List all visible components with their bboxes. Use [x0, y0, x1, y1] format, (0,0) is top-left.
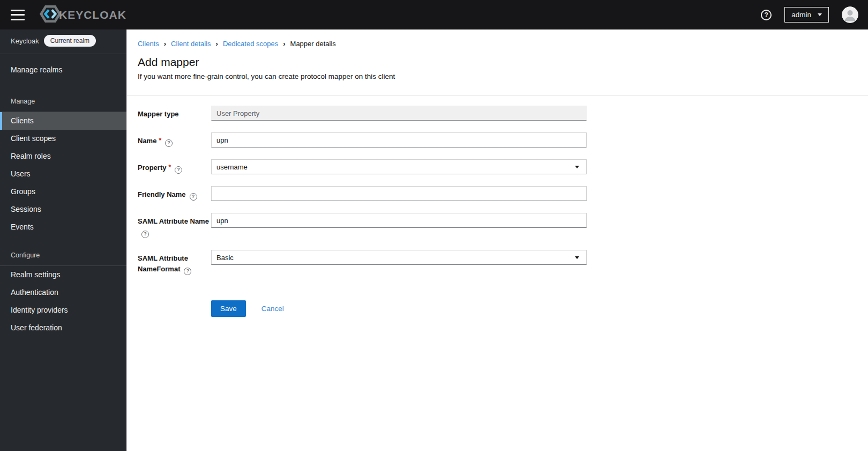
chevron-right-icon: › — [283, 40, 285, 48]
help-icon[interactable]: ? — [141, 231, 149, 238]
sidebar-item-realm-settings[interactable]: Realm settings — [0, 266, 126, 284]
sidebar-item-authentication[interactable]: Authentication — [0, 284, 126, 301]
section-title-configure: Configure — [0, 252, 126, 266]
field-label-group: Mapper type — [138, 106, 211, 120]
sidebar-item-user-federation[interactable]: User federation — [0, 319, 126, 337]
required-indicator: * — [159, 137, 161, 144]
form-row-name: Name*? — [138, 132, 857, 147]
sidebar-item-users[interactable]: Users — [0, 165, 126, 183]
caret-down-icon — [575, 256, 579, 259]
add-mapper-form: Mapper type Name*? Property*? username — [127, 95, 868, 327]
field-label-group: Property*? — [138, 159, 211, 174]
friendly-name-input[interactable] — [211, 186, 587, 201]
required-indicator: * — [168, 164, 171, 171]
keycloak-logo: KEYCLOAK — [39, 3, 126, 27]
help-icon[interactable]: ? — [190, 193, 197, 201]
cancel-link[interactable]: Cancel — [261, 305, 284, 313]
sidebar: Keycloak Current realm Manage realms Man… — [0, 29, 126, 451]
breadcrumb-link-dedicated-scopes[interactable]: Dedicated scopes — [223, 40, 278, 48]
field-label-group: Friendly Name? — [138, 186, 211, 201]
page-title: Add mapper — [138, 56, 857, 69]
breadcrumb-current-mapper-details: Mapper details — [290, 40, 336, 48]
save-button[interactable]: Save — [211, 300, 246, 317]
field-label-group: Name*? — [138, 132, 211, 147]
sidebar-item-sessions[interactable]: Sessions — [0, 201, 126, 218]
mapper-type-input — [211, 106, 587, 121]
top-bar-right: ? admin — [761, 6, 858, 23]
field-label-group: SAML Attribute NameFormat? — [138, 250, 211, 275]
user-menu-dropdown[interactable]: admin — [784, 7, 829, 23]
current-realm-badge: Current realm — [44, 35, 96, 47]
help-icon[interactable]: ? — [165, 139, 173, 147]
sidebar-item-identity-providers[interactable]: Identity providers — [0, 301, 126, 319]
sidebar-item-groups[interactable]: Groups — [0, 183, 126, 201]
realm-selector[interactable]: Keycloak Current realm — [0, 29, 126, 54]
form-row-saml-attribute-name: SAML Attribute Name? — [138, 213, 857, 238]
form-row-property: Property*? username — [138, 159, 857, 174]
field-label-group: SAML Attribute Name? — [138, 213, 211, 238]
chevron-right-icon: › — [164, 40, 166, 48]
sidebar-item-manage-realms[interactable]: Manage realms — [0, 58, 126, 82]
form-actions: Save Cancel — [211, 300, 857, 317]
saml-attribute-name-label: SAML Attribute Name — [138, 217, 209, 225]
help-icon[interactable]: ? — [184, 268, 191, 275]
brand-text: KEYCLOAK — [59, 9, 126, 21]
page-header: Clients › Client details › Dedicated sco… — [127, 29, 868, 95]
caret-down-icon — [575, 166, 579, 168]
name-label: Name — [138, 137, 156, 145]
friendly-name-label: Friendly Name — [138, 190, 186, 198]
sidebar-item-clients[interactable]: Clients — [0, 112, 126, 130]
main-content: Clients › Client details › Dedicated sco… — [126, 29, 868, 451]
breadcrumb-link-clients[interactable]: Clients — [138, 40, 159, 48]
property-selected-value: username — [216, 163, 248, 171]
form-row-friendly-name: Friendly Name? — [138, 186, 857, 201]
page-subtitle: If you want more fine-grain control, you… — [138, 72, 857, 80]
form-row-saml-attribute-nameformat: SAML Attribute NameFormat? Basic — [138, 250, 857, 275]
sidebar-item-events[interactable]: Events — [0, 218, 126, 236]
property-label: Property — [138, 164, 166, 172]
saml-attribute-nameformat-label: SAML Attribute NameFormat — [138, 254, 188, 273]
name-input[interactable] — [211, 132, 587, 147]
user-menu-label: admin — [791, 11, 811, 19]
avatar[interactable] — [842, 6, 858, 23]
realm-name: Keycloak — [11, 37, 39, 45]
section-title-manage: Manage — [0, 98, 126, 112]
help-icon[interactable]: ? — [175, 166, 182, 174]
caret-down-icon — [818, 13, 822, 16]
property-select[interactable]: username — [211, 159, 587, 174]
sidebar-section-configure: Configure Realm settings Authentication … — [0, 252, 126, 337]
breadcrumb: Clients › Client details › Dedicated sco… — [138, 40, 857, 48]
help-icon[interactable]: ? — [761, 10, 772, 20]
nameformat-selected-value: Basic — [216, 254, 234, 262]
saml-attribute-nameformat-select[interactable]: Basic — [211, 250, 587, 265]
saml-attribute-name-input[interactable] — [211, 213, 587, 228]
breadcrumb-link-client-details[interactable]: Client details — [171, 40, 211, 48]
mapper-type-label: Mapper type — [138, 110, 179, 118]
form-row-mapper-type: Mapper type — [138, 106, 857, 121]
hamburger-menu-icon[interactable] — [11, 10, 25, 20]
top-bar-left: KEYCLOAK — [9, 3, 126, 27]
sidebar-section-manage: Manage Clients Client scopes Realm roles… — [0, 98, 126, 236]
sidebar-item-client-scopes[interactable]: Client scopes — [0, 130, 126, 147]
chevron-right-icon: › — [216, 40, 218, 48]
top-bar: KEYCLOAK ? admin — [0, 0, 868, 29]
sidebar-item-realm-roles[interactable]: Realm roles — [0, 147, 126, 165]
